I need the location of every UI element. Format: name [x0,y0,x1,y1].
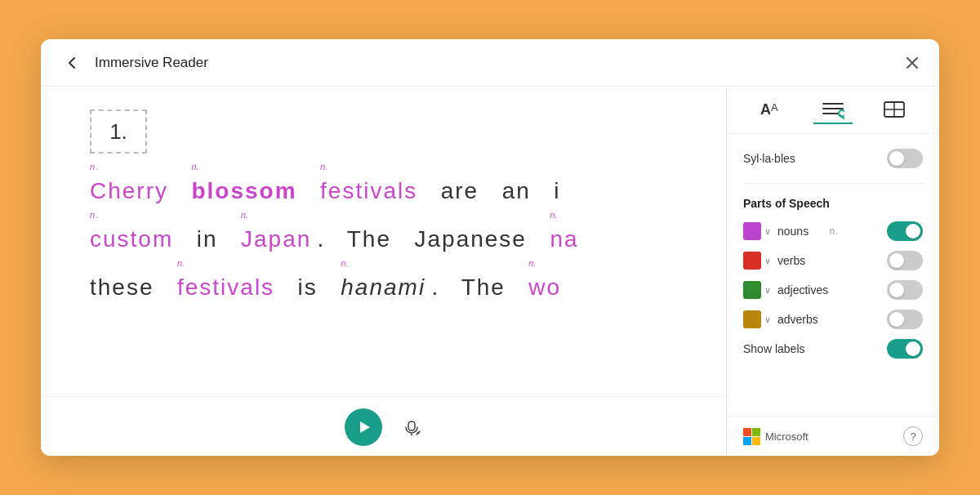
word-in: in [197,226,218,252]
reading-preferences-button[interactable] [813,96,853,124]
settings-body: Syl·la·bles Parts of Speech ∨ nouns n. [727,134,939,416]
nouns-abbr: n. [830,225,838,237]
reader-controls [41,396,726,456]
adjectives-label: adjectives [777,283,832,297]
word-period-2: . [431,274,438,300]
word-the-1: The [347,226,391,252]
word-are: are [441,178,479,203]
pos-label-hanami: n. [341,256,348,271]
word-japanese: Japanese [414,226,526,252]
microsoft-logo: Microsoft [743,428,808,445]
text-line-3: these n. festivals is n. hanami . [90,270,693,306]
syllables-label: Syl·la·bles [743,152,795,165]
verbs-label: verbs [777,254,832,267]
word-festivals-2: festivals [177,274,274,300]
adverbs-chevron[interactable]: ∨ [764,314,771,325]
pos-row-adjectives: ∨ adjectives [743,280,923,300]
parts-of-speech-title: Parts of Speech [743,197,923,210]
word-custom: custom [90,226,173,252]
adjectives-toggle[interactable] [887,280,923,300]
pos-label-blossom: n. [191,160,198,175]
word-period-1: . [318,226,324,252]
content-area: 1. n. Cherry n. blossom n. [41,87,939,456]
grammar-button[interactable] [875,96,914,124]
nouns-toggle[interactable] [887,221,923,241]
nouns-chevron[interactable]: ∨ [764,226,771,237]
word-these: these [90,274,154,300]
back-button[interactable] [64,55,80,71]
word-hanami: hanami [341,274,425,300]
pos-label-festivals: n. [320,160,327,175]
adverbs-toggle[interactable] [887,310,923,329]
svg-text:A: A [760,101,771,118]
reader-panel: 1. n. Cherry n. blossom n. [41,87,727,456]
immersive-reader-window: Immersive Reader 1. n. Cherry [41,39,939,456]
show-labels-toggle[interactable] [887,339,923,359]
word-cherry: Cherry [90,178,168,203]
pos-label-custom: n. [90,208,100,223]
pos-label-japan: n. [241,208,248,223]
show-labels-label: Show labels [743,342,805,355]
pos-row-nouns: ∨ nouns n. [743,221,923,241]
settings-panel: A A [727,87,939,456]
text-line-2: n. custom in n. Japan . The Japanese [90,221,693,258]
adjectives-chevron[interactable]: ∨ [764,285,771,296]
syllables-toggle[interactable] [887,149,923,168]
verbs-swatch [743,252,761,270]
pos-row-verbs: ∨ verbs [743,251,923,270]
word-i: i [554,178,560,203]
word-japan: Japan [241,226,311,252]
word-blossom: blossom [191,178,296,203]
pos-label-festivals-2: n. [177,256,185,271]
svg-line-9 [840,115,844,118]
word-na: na [550,226,578,252]
help-icon: ? [910,430,915,443]
show-labels-row: Show labels [743,339,923,359]
word-the-2: The [461,274,506,300]
word-is: is [298,274,318,300]
pos-label-wo: n. [528,256,536,271]
pos-label-na: n. [550,208,557,223]
verbs-chevron[interactable]: ∨ [764,256,771,266]
numbered-box: 1. [90,109,147,154]
word-wo: wo [528,274,561,300]
adjectives-swatch [743,281,761,299]
number-label: 1. [109,119,127,145]
text-options-button[interactable]: A A [752,96,791,124]
microsoft-label: Microsoft [765,430,808,443]
adverbs-swatch [743,310,761,328]
header: Immersive Reader [41,39,939,87]
verbs-toggle[interactable] [887,251,923,270]
play-button[interactable] [345,408,382,446]
nouns-label: nouns [777,225,827,238]
settings-footer: Microsoft ? [727,416,939,456]
voice-settings-button[interactable] [402,417,423,438]
word-festivals-1: festivals [320,178,417,203]
pos-label-cherry: n. [90,160,100,175]
close-button[interactable] [900,51,924,75]
ms-grid-icon [743,428,760,445]
word-an: an [502,178,531,203]
pos-row-adverbs: ∨ adverbs [743,310,923,329]
window-title: Immersive Reader [95,55,208,71]
svg-text:A: A [771,101,778,114]
text-line-1: n. Cherry n. blossom n. festivals are [90,173,693,210]
syllables-row: Syl·la·bles [743,149,923,168]
nouns-swatch [743,222,761,240]
adverbs-label: adverbs [777,313,832,326]
settings-toolbar: A A [727,87,939,134]
help-button[interactable]: ? [903,426,923,446]
svg-marker-0 [360,421,370,433]
divider-1 [743,183,923,184]
